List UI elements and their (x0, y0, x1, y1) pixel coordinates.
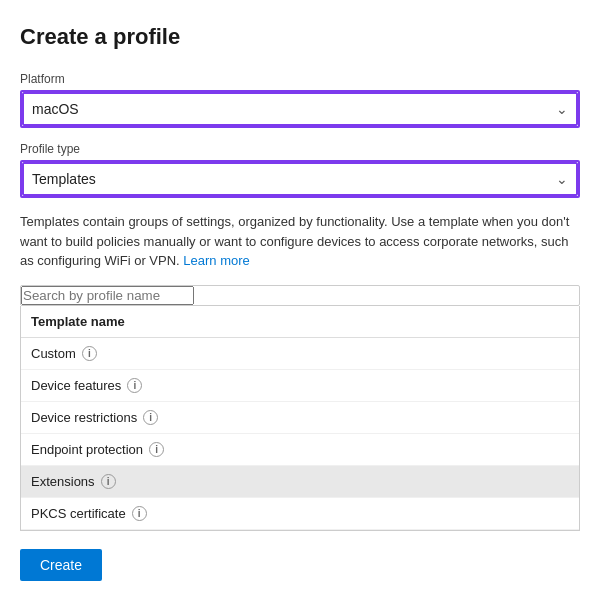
info-icon[interactable]: i (132, 506, 147, 521)
platform-select[interactable]: macOS (22, 92, 578, 126)
create-button[interactable]: Create (20, 549, 102, 581)
template-name-label: Extensions (31, 474, 95, 489)
search-input[interactable] (21, 286, 194, 305)
learn-more-link[interactable]: Learn more (183, 253, 249, 268)
template-name-label: Endpoint protection (31, 442, 143, 457)
info-icon[interactable]: i (143, 410, 158, 425)
info-icon[interactable]: i (101, 474, 116, 489)
info-icon[interactable]: i (82, 346, 97, 361)
table-row[interactable]: Device restrictionsi (21, 402, 579, 434)
platform-dropdown-wrapper[interactable]: macOS ⌄ (20, 90, 580, 128)
description-body: Templates contain groups of settings, or… (20, 214, 569, 268)
profile-type-dropdown-wrapper[interactable]: Templates ⌄ (20, 160, 580, 198)
template-name-label: PKCS certificate (31, 506, 126, 521)
table-row[interactable]: PKCS certificatei (21, 498, 579, 530)
info-icon[interactable]: i (149, 442, 164, 457)
platform-label: Platform (20, 72, 580, 86)
template-list: Template name CustomiDevice featuresiDev… (20, 306, 580, 531)
table-row[interactable]: Device featuresi (21, 370, 579, 402)
profile-type-label: Profile type (20, 142, 580, 156)
info-icon[interactable]: i (127, 378, 142, 393)
platform-field-group: Platform macOS ⌄ (20, 72, 580, 128)
description-text: Templates contain groups of settings, or… (20, 212, 580, 271)
page-title: Create a profile (20, 24, 580, 50)
template-column-header: Template name (21, 306, 579, 338)
table-row[interactable]: Extensionsi (21, 466, 579, 498)
template-name-label: Device features (31, 378, 121, 393)
profile-type-select[interactable]: Templates (22, 162, 578, 196)
template-name-label: Device restrictions (31, 410, 137, 425)
profile-type-field-group: Profile type Templates ⌄ (20, 142, 580, 198)
search-container (20, 285, 580, 306)
table-row[interactable]: Endpoint protectioni (21, 434, 579, 466)
table-row[interactable]: Customi (21, 338, 579, 370)
template-name-label: Custom (31, 346, 76, 361)
